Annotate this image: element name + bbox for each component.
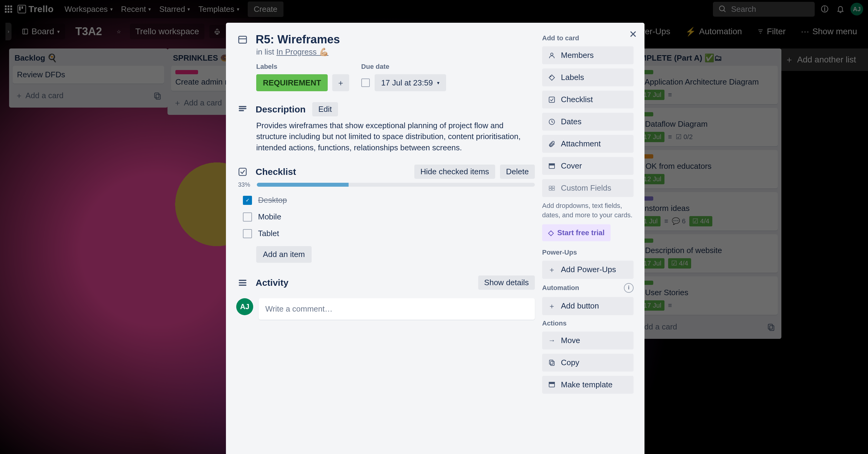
card-title[interactable]: R5: Wireframes xyxy=(256,33,340,46)
checklist-icon xyxy=(236,167,249,177)
custom-fields-button[interactable]: Custom Fields xyxy=(542,179,633,197)
check-icon xyxy=(548,96,556,103)
svg-rect-32 xyxy=(552,189,555,190)
svg-rect-34 xyxy=(551,361,554,366)
svg-rect-14 xyxy=(239,36,247,43)
start-free-trial-button[interactable]: ◇Start free trial xyxy=(542,224,611,241)
fields-icon xyxy=(548,185,556,192)
paperclip-icon xyxy=(548,140,556,148)
checklist-item[interactable]: Tablet xyxy=(236,225,535,242)
checklist-button[interactable]: Checklist xyxy=(542,91,633,109)
hide-checked-button[interactable]: Hide checked items xyxy=(414,165,495,179)
duedate-checkbox[interactable] xyxy=(361,79,370,87)
description-icon xyxy=(236,105,249,114)
checklist-heading: Checklist xyxy=(256,167,296,177)
checkbox[interactable] xyxy=(243,229,252,238)
add-button-button[interactable]: ＋Add button xyxy=(542,297,633,315)
cover-icon xyxy=(548,163,556,170)
add-checklist-item-button[interactable]: Add an item xyxy=(256,246,312,263)
svg-rect-19 xyxy=(239,168,246,175)
checkbox[interactable] xyxy=(243,212,252,222)
copy-button[interactable]: Copy xyxy=(542,354,633,372)
automation-heading: Automationi xyxy=(542,283,633,293)
plus-icon: ＋ xyxy=(548,301,556,311)
svg-rect-30 xyxy=(552,186,555,188)
card-location: in list In Progress 💪🏼 xyxy=(256,47,535,57)
add-to-card-heading: Add to card xyxy=(542,34,633,42)
svg-rect-28 xyxy=(549,164,555,165)
duedate-heading: Due date xyxy=(361,63,446,70)
tag-icon xyxy=(548,74,556,81)
activity-icon xyxy=(236,278,249,288)
powerups-heading: Power-Ups xyxy=(542,249,633,256)
description-heading: Description xyxy=(256,104,306,115)
labels-button[interactable]: Labels xyxy=(542,68,633,86)
attachment-button[interactable]: Attachment xyxy=(542,135,633,153)
card-detail-modal: ✕ R5: Wireframes in list In Progress 💪🏼 … xyxy=(226,23,645,454)
list-link[interactable]: In Progress 💪🏼 xyxy=(276,47,328,56)
person-icon xyxy=(548,52,556,59)
chevron-down-icon: ▾ xyxy=(437,80,439,86)
svg-rect-29 xyxy=(549,186,552,188)
plus-icon: ＋ xyxy=(548,265,556,275)
checklist-item-text: Tablet xyxy=(258,229,279,238)
svg-point-23 xyxy=(551,53,553,55)
svg-rect-31 xyxy=(549,189,552,190)
labels-heading: Labels xyxy=(256,63,349,70)
arrow-right-icon: → xyxy=(548,336,556,345)
checkbox[interactable]: ✓ xyxy=(243,196,252,205)
checklist-item-text: Desktop xyxy=(258,196,287,205)
template-icon xyxy=(548,381,556,388)
description-text[interactable]: Provides wireframes that show exceptiona… xyxy=(256,120,529,153)
show-details-button[interactable]: Show details xyxy=(478,276,535,290)
svg-rect-33 xyxy=(549,360,553,364)
cover-button[interactable]: Cover xyxy=(542,157,633,175)
delete-checklist-button[interactable]: Delete xyxy=(500,165,535,179)
dates-button[interactable]: Dates xyxy=(542,113,633,131)
checklist-item[interactable]: ✓Desktop xyxy=(236,192,535,208)
activity-heading: Activity xyxy=(256,278,288,288)
close-button[interactable]: ✕ xyxy=(627,28,639,40)
checklist-percent: 33% xyxy=(236,181,252,188)
copy-icon xyxy=(548,359,556,366)
members-button[interactable]: Members xyxy=(542,46,633,64)
duedate-button[interactable]: 17 Jul at 23:59▾ xyxy=(375,74,446,91)
checklist-item[interactable]: Mobile xyxy=(236,208,535,225)
svg-rect-36 xyxy=(549,382,555,384)
checklist-item-text: Mobile xyxy=(258,212,281,222)
actions-heading: Actions xyxy=(542,319,633,327)
svg-point-24 xyxy=(550,76,551,77)
comment-input[interactable]: Write a comment… xyxy=(259,298,535,320)
edit-description-button[interactable]: Edit xyxy=(312,102,338,116)
checklist-progressbar xyxy=(257,183,535,187)
svg-rect-25 xyxy=(549,97,555,103)
card-icon xyxy=(236,34,249,45)
label-requirement[interactable]: REQUIREMENT xyxy=(256,74,328,91)
move-button[interactable]: →Move xyxy=(542,332,633,349)
comment-avatar: AJ xyxy=(236,298,253,315)
add-label-button[interactable]: ＋ xyxy=(332,74,349,91)
clock-icon xyxy=(548,118,556,125)
add-powerups-button[interactable]: ＋Add Power-Ups xyxy=(542,261,633,279)
info-icon[interactable]: i xyxy=(624,283,633,293)
upgrade-icon: ◇ xyxy=(548,228,554,237)
make-template-button[interactable]: Make template xyxy=(542,376,633,394)
custom-fields-tip: Add dropdowns, text fields, dates, and m… xyxy=(542,201,633,220)
